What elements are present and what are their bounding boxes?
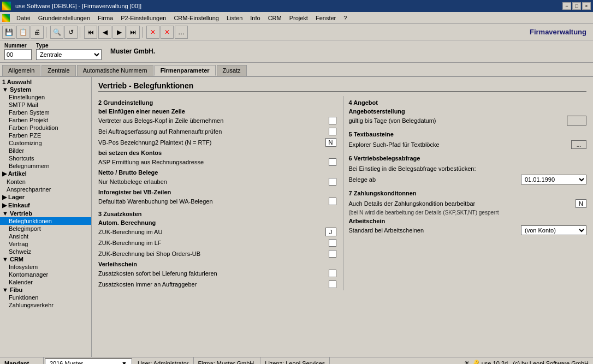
- belege-ab-select[interactable]: 01.01.1990: [521, 175, 586, 184]
- toolbar-save[interactable]: 💾: [2, 26, 15, 39]
- sidebar-item-fibu[interactable]: ▼ Fibu: [0, 286, 91, 294]
- row5-checkbox[interactable]: [329, 178, 336, 186]
- sidebar-item-einstellungen[interactable]: Einstellungen: [0, 93, 91, 101]
- toolbar-copy[interactable]: 📋: [16, 26, 29, 39]
- sidebar-item-system[interactable]: ▼ System: [0, 86, 91, 93]
- row11-checkbox[interactable]: [329, 281, 336, 288]
- sidebar-item-funktionen[interactable]: Funktionen: [0, 294, 91, 301]
- sidebar-item-shortcuts[interactable]: Shortcuts: [0, 154, 91, 162]
- row6-label: Defaulttab Warenbuchung bei WA-Belegen: [98, 198, 329, 205]
- sidebar-item-vertrieb[interactable]: ▼ Vertrieb: [0, 210, 91, 217]
- toolbar-sep1: [46, 27, 48, 38]
- sidebar-item-konten[interactable]: Konten: [0, 178, 91, 186]
- sidebar-item-farben-system[interactable]: Farben System: [0, 109, 91, 116]
- toolbar-last[interactable]: ⏭: [127, 26, 140, 39]
- tab-firmenparameter[interactable]: Firmenparameter: [155, 65, 216, 76]
- company-name: Muster GmbH.: [106, 47, 155, 55]
- sidebar-item-farben-projekt[interactable]: Farben Projekt: [0, 116, 91, 124]
- sidebar-item-schweiz[interactable]: Schweiz: [0, 248, 91, 255]
- status-sun-icon: ☀: [464, 360, 470, 364]
- app-menu-icon[interactable]: [2, 14, 10, 22]
- toolbar-more[interactable]: …: [175, 26, 188, 39]
- sidebar-item-farben-pze[interactable]: Farben PZE: [0, 132, 91, 139]
- sidebar-item-artikel[interactable]: ▶ Artikel: [0, 170, 91, 178]
- row7-label: ZUK-Berechnung im AU: [98, 229, 325, 235]
- sidebar-item-lager[interactable]: ▶ Lager: [0, 193, 91, 201]
- toolbar-cancel[interactable]: ✕: [161, 26, 174, 39]
- toolbar-sep3: [142, 27, 144, 38]
- restore-button[interactable]: □: [572, 2, 581, 10]
- row8-checkbox[interactable]: [329, 239, 336, 247]
- menu-p2[interactable]: P2-Einstellungen: [117, 14, 169, 22]
- arbeit-select[interactable]: (von Konto): [521, 225, 586, 235]
- gueltig-btn[interactable]: [567, 116, 586, 126]
- content-area: Vertrieb - Belegfunktionen 2 Grundeinste…: [92, 77, 593, 357]
- menu-projekt[interactable]: Projekt: [286, 14, 311, 22]
- toolbar-prev[interactable]: ◀: [98, 26, 111, 39]
- sidebar-item-bilder[interactable]: Bilder: [0, 147, 91, 154]
- menu-info[interactable]: Info: [247, 14, 263, 22]
- sidebar-item-auswahl[interactable]: 1 Auswahl: [0, 78, 91, 86]
- sidebar-item-ansprechpartner[interactable]: Ansprechpartner: [0, 186, 91, 193]
- title-bar: use Software [DEBUG] - [Firmaverwaltung …: [0, 0, 593, 12]
- sidebar-item-infosystem[interactable]: Infosystem: [0, 263, 91, 271]
- menu-datei[interactable]: Datei: [13, 14, 34, 22]
- toolbar-delete[interactable]: ✕: [146, 26, 159, 39]
- status-mandant-value[interactable]: 2016 Muster ▼: [45, 359, 132, 365]
- menu-firma[interactable]: Firma: [94, 14, 116, 22]
- row1-checkbox[interactable]: [329, 117, 336, 124]
- sidebar-item-vertrag[interactable]: Vertrag: [0, 240, 91, 248]
- new-row-title: bei Einfügen einer neuen Zeile: [98, 108, 336, 115]
- sidebar-item-belegfunktionen[interactable]: Belegfunktionen: [0, 217, 91, 225]
- sidebar-item-smtp[interactable]: SMTP Mail: [0, 101, 91, 109]
- sidebar-item-einkauf[interactable]: ▶ Einkauf: [0, 201, 91, 210]
- sidebar-item-farben-produktion[interactable]: Farben Produktion: [0, 124, 91, 132]
- sidebar-item-ansicht[interactable]: Ansicht: [0, 232, 91, 240]
- row9-checkbox[interactable]: [329, 250, 336, 258]
- angebots-title: Angebotserstellung: [349, 108, 587, 115]
- nummer-input[interactable]: [4, 49, 32, 60]
- minimize-button[interactable]: −: [562, 2, 571, 10]
- menu-crm[interactable]: CRM: [265, 14, 285, 22]
- row7-input[interactable]: [325, 228, 336, 236]
- tab-auto-nummern[interactable]: Automatische Nummern: [77, 65, 153, 76]
- type-select[interactable]: Zentrale: [36, 49, 102, 60]
- row6-checkbox[interactable]: [329, 198, 336, 205]
- gueltig-label: gültig bis Tage (von Belegdatum): [349, 117, 567, 124]
- sidebar-item-kontomanager[interactable]: Kontomanager: [0, 271, 91, 278]
- toolbar-refresh[interactable]: ↺: [64, 26, 78, 39]
- sidebar-item-belegnummern[interactable]: Belegnummern: [0, 162, 91, 170]
- row10-checkbox[interactable]: [329, 270, 336, 277]
- row2-label: Bei Auftragserfassung auf Rahmenauftr.pr…: [98, 128, 329, 135]
- right-column: 4 Angebot Angebotserstellung gültig bis …: [343, 96, 587, 290]
- sidebar-item-crm[interactable]: ▼ CRM: [0, 255, 91, 263]
- menu-fenster[interactable]: Fenster: [312, 14, 339, 22]
- section4-title: 4 Angebot: [349, 99, 587, 106]
- menu-help[interactable]: ?: [340, 14, 350, 22]
- row4-checkbox[interactable]: [329, 158, 336, 166]
- toolbar-print[interactable]: 🖨: [31, 26, 44, 39]
- sidebar-item-zahlungsverkehr[interactable]: Zahlungsverkehr: [0, 301, 91, 309]
- status-version: use 10.2d.. (c) by Leoni Software GmbH: [482, 360, 589, 365]
- tab-zentrale[interactable]: Zentrale: [41, 65, 75, 76]
- nummer-label: Nummer: [4, 43, 32, 49]
- tab-zusatz[interactable]: Zusatz: [217, 65, 247, 76]
- toolbar-next[interactable]: ▶: [112, 26, 126, 39]
- toolbar-first[interactable]: ⏮: [84, 26, 97, 39]
- zahlung-input[interactable]: [576, 199, 586, 208]
- toolbar-search[interactable]: 🔍: [50, 26, 63, 39]
- row2: Bei Auftragserfassung auf Rahmenauftr.pr…: [98, 127, 336, 136]
- explorer-btn[interactable]: ...: [571, 140, 586, 149]
- belege-ab-label: Belege ab: [349, 176, 521, 183]
- row3-input[interactable]: [325, 138, 336, 147]
- menu-listen[interactable]: Listen: [223, 14, 246, 22]
- menu-crm-einstellung[interactable]: CRM-Einstellung: [170, 14, 222, 22]
- status-firma: Firma: Muster GmbH.: [194, 357, 261, 364]
- row2-checkbox[interactable]: [329, 128, 336, 135]
- menu-grundeinstellungen[interactable]: Grundeinstellungen: [35, 14, 93, 22]
- close-button[interactable]: ×: [582, 2, 591, 10]
- sidebar-item-kalender[interactable]: Kalender: [0, 278, 91, 286]
- tab-allgemein[interactable]: Allgemein: [2, 65, 40, 76]
- sidebar-item-customizing[interactable]: Customizing: [0, 139, 91, 147]
- sidebar-item-belegimport[interactable]: Belegimport: [0, 225, 91, 232]
